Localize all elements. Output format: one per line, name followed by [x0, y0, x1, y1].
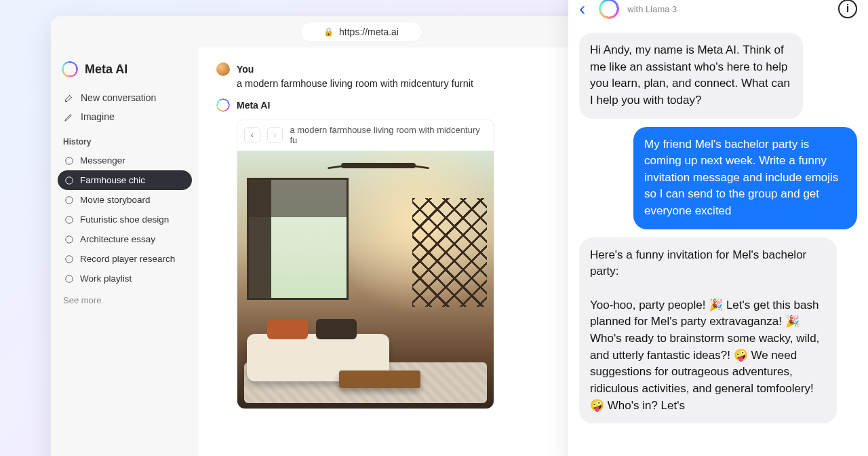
- svg-point-1: [66, 176, 73, 184]
- image-window-shape: [247, 178, 349, 300]
- back-button[interactable]: ‹: [579, 0, 591, 18]
- image-caption: a modern farmhouse living room with midc…: [290, 125, 487, 145]
- user-bubble-request: My friend Mel's bachelor party is coming…: [633, 127, 857, 229]
- history-item-architecture[interactable]: Architecture essay: [58, 229, 192, 249]
- image-shelf-shape: [412, 198, 487, 307]
- history-label: Movie storyboard: [80, 195, 151, 205]
- chevron-left-icon: ‹: [579, 0, 585, 19]
- see-more-button[interactable]: See more: [58, 288, 192, 312]
- next-image-button[interactable]: ›: [267, 127, 283, 143]
- history-item-shoe[interactable]: Futuristic shoe design: [58, 210, 192, 229]
- meta-ai-logo-icon: [62, 61, 78, 77]
- user-name: You: [237, 64, 254, 75]
- compose-icon: [63, 92, 74, 103]
- new-conversation-button[interactable]: New conversation: [58, 88, 192, 107]
- svg-point-3: [66, 216, 73, 223]
- ai-name: Meta AI: [237, 100, 270, 111]
- meta-ai-avatar-icon: [216, 98, 230, 112]
- prev-image-button[interactable]: ‹: [244, 127, 260, 143]
- generated-image[interactable]: [237, 151, 494, 408]
- svg-point-5: [66, 255, 73, 263]
- image-fan-shape: [341, 163, 416, 168]
- ai-bubble-greeting: Hi Andy, my name is Meta AI. Think of me…: [579, 33, 803, 119]
- chevron-left-icon: ‹: [251, 130, 254, 140]
- imagine-label: Imagine: [81, 111, 115, 122]
- chat-icon: [64, 195, 74, 205]
- mobile-chat-panel: ‹ with Llama 3 i Hi Andy, my name is Met…: [568, 0, 868, 456]
- history-item-playlist[interactable]: Work playlist: [58, 269, 192, 288]
- chat-icon: [64, 156, 74, 166]
- user-avatar-icon: [216, 62, 230, 76]
- chat-icon: [64, 254, 74, 264]
- brand[interactable]: Meta AI: [58, 57, 192, 88]
- info-icon: i: [846, 3, 849, 15]
- history-item-farmhouse[interactable]: Farmhouse chic: [58, 170, 192, 190]
- image-table-shape: [339, 370, 420, 388]
- svg-point-0: [66, 157, 73, 164]
- chat-scroll[interactable]: Hi Andy, my name is Meta AI. Think of me…: [568, 26, 868, 456]
- sidebar: Meta AI New conversation Imagine History…: [51, 48, 199, 456]
- chat-icon: [64, 176, 74, 185]
- history-label: Architecture essay: [80, 234, 155, 244]
- imagine-button[interactable]: Imagine: [58, 107, 192, 126]
- svg-point-4: [66, 235, 73, 243]
- history-label: Record player research: [80, 254, 175, 264]
- history-item-movie[interactable]: Movie storyboard: [58, 190, 192, 210]
- history-label: Farmhouse chic: [80, 175, 145, 185]
- brand-title: Meta AI: [85, 62, 127, 77]
- info-button[interactable]: i: [838, 0, 857, 18]
- mobile-subtitle: with Llama 3: [627, 4, 830, 14]
- chat-icon: [64, 274, 74, 284]
- address-pill[interactable]: 🔒 https://meta.ai: [300, 22, 422, 42]
- meta-ai-avatar-icon: [599, 0, 619, 19]
- history-item-record[interactable]: Record player research: [58, 249, 192, 269]
- chevron-right-icon: ›: [274, 130, 277, 140]
- lock-icon: 🔒: [323, 27, 334, 37]
- url-text: https://meta.ai: [339, 26, 399, 37]
- chat-icon: [64, 215, 74, 225]
- pencil-icon: [63, 111, 74, 122]
- mobile-header: ‹ with Llama 3 i: [568, 0, 868, 26]
- svg-point-2: [66, 196, 73, 204]
- ai-bubble-response: Here's a funny invitation for Mel's bach…: [579, 238, 837, 423]
- history-label: Futuristic shoe design: [80, 214, 169, 225]
- history-label: Work playlist: [80, 273, 132, 284]
- history-label: Messenger: [80, 155, 125, 166]
- new-conversation-label: New conversation: [81, 92, 156, 103]
- generated-image-card: ‹ › a modern farmhouse living room with …: [237, 119, 494, 409]
- image-toolbar: ‹ › a modern farmhouse living room with …: [237, 119, 494, 151]
- history-item-messenger[interactable]: Messenger: [58, 151, 192, 170]
- chat-icon: [64, 235, 74, 244]
- history-heading: History: [58, 126, 192, 151]
- svg-point-6: [66, 275, 73, 282]
